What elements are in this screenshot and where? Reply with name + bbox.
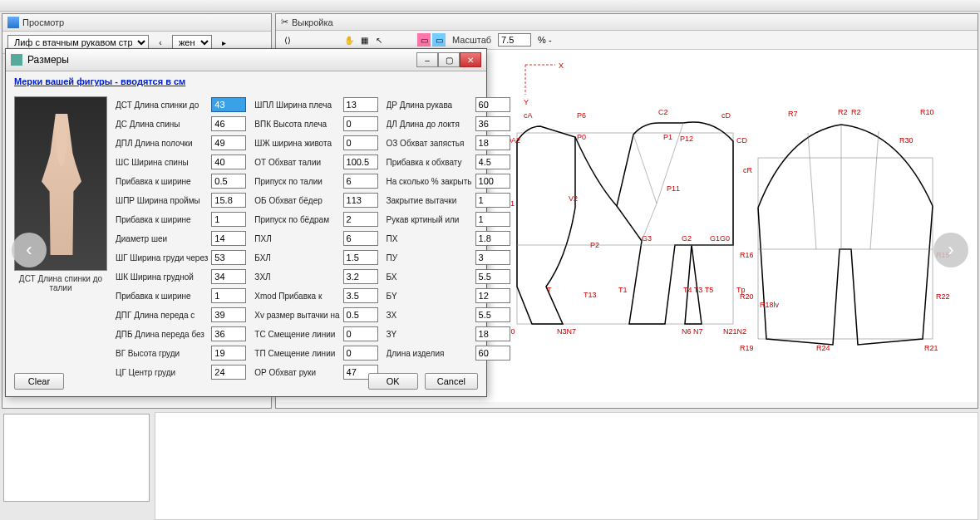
minimize-button[interactable]: – [416, 52, 438, 67]
svg-text:G1G0: G1G0 [710, 234, 730, 243]
svg-text:CD: CD [736, 136, 747, 145]
scale-input[interactable] [498, 33, 531, 47]
grid-icon[interactable]: ▦ [357, 33, 371, 47]
measure-input[interactable] [343, 174, 378, 189]
measure-input[interactable] [343, 269, 378, 284]
measure-input[interactable] [343, 231, 378, 246]
measure-label: БХ [387, 272, 472, 282]
measure-row: Прибавка к ширине [116, 173, 246, 189]
measure-input[interactable] [211, 288, 246, 303]
measure-input[interactable] [475, 212, 510, 227]
measure-input[interactable] [343, 212, 378, 227]
measure-input[interactable] [475, 269, 510, 284]
measure-label: Закрытие вытачки [387, 196, 472, 205]
measure-input[interactable] [211, 307, 246, 322]
measure-row: Припуск по бёдрам [254, 211, 377, 228]
pattern-title: Выкройка [292, 17, 333, 27]
measure-input[interactable] [343, 135, 378, 150]
measure-row: ПУ [387, 249, 510, 266]
measure-input[interactable] [343, 155, 378, 169]
measure-row: ДС Длина спины [116, 115, 246, 132]
pointer-icon[interactable]: ↖ [372, 33, 386, 47]
measure-input[interactable] [343, 326, 378, 341]
measure-input[interactable] [211, 212, 246, 227]
measure-label: ТС Смещение линии [254, 330, 339, 339]
measure-row: ШК Ширина грудной [116, 268, 246, 285]
close-button[interactable]: ✕ [460, 52, 481, 67]
measure-row: Рукав кртиный или [387, 211, 510, 228]
measure-input[interactable] [475, 307, 510, 322]
layout1-icon[interactable]: ▭ [417, 33, 431, 47]
dialog-titlebar[interactable]: Размеры – ▢ ✕ [6, 49, 486, 71]
measure-label: Длина изделия [387, 349, 472, 358]
measure-label: Диаметр шеи [116, 234, 208, 243]
measure-input[interactable] [475, 97, 510, 112]
cancel-button[interactable]: Cancel [425, 373, 478, 390]
nav-left-icon[interactable]: ⟨⟩ [281, 33, 294, 47]
carousel-next-button[interactable]: › [933, 233, 968, 267]
measure-input[interactable] [475, 174, 510, 189]
measure-label: Xmod Прибавка к [254, 292, 339, 301]
svg-text:V2: V2 [569, 194, 578, 203]
measure-label: ШК Ширина грудной [116, 272, 208, 282]
measure-label: ШС Ширина спины [116, 158, 208, 167]
clear-button[interactable]: Clear [14, 373, 64, 390]
measure-input[interactable] [211, 269, 246, 284]
measure-input[interactable] [211, 155, 246, 169]
measure-label: ОТ Обхват талии [254, 158, 339, 167]
measure-input[interactable] [475, 116, 510, 131]
measure-input[interactable] [211, 326, 246, 341]
hand-icon[interactable]: ✋ [342, 33, 356, 47]
measure-input[interactable] [211, 97, 246, 112]
preview-panel-header: Просмотр [2, 14, 271, 32]
measure-input[interactable] [475, 346, 510, 361]
play-icon[interactable]: ▸ [217, 36, 230, 49]
measure-input[interactable] [211, 135, 246, 150]
measure-row: ЗХ [387, 307, 510, 323]
measure-row: ПХЛ [254, 230, 377, 247]
measure-input[interactable] [475, 231, 510, 246]
measure-input[interactable] [211, 231, 246, 246]
measure-input[interactable] [475, 135, 510, 150]
measure-input[interactable] [343, 288, 378, 303]
measure-input[interactable] [343, 346, 378, 361]
measure-input[interactable] [211, 346, 246, 361]
maximize-button[interactable]: ▢ [438, 52, 460, 67]
measure-input[interactable] [475, 288, 510, 303]
measure-input[interactable] [343, 97, 378, 112]
measure-row: БY [387, 287, 510, 304]
measure-row: ДСТ Длина спинки до [116, 96, 246, 113]
ok-button[interactable]: OK [368, 373, 418, 390]
measure-input[interactable] [475, 326, 510, 341]
svg-text:R16: R16 [740, 251, 754, 259]
thumbnail-slot [3, 414, 150, 502]
measure-input[interactable] [211, 250, 246, 265]
measure-row: ДПЛ Длина полочки [116, 135, 246, 151]
measure-input[interactable] [211, 174, 246, 189]
svg-text:T1: T1 [618, 286, 628, 294]
measure-input[interactable] [343, 193, 378, 208]
figure-caption: ДСТ Длина спинки до талии [14, 271, 107, 292]
scale-label: Масштаб [452, 35, 491, 45]
measure-input[interactable] [475, 250, 510, 265]
measure-input[interactable] [211, 193, 246, 208]
measure-label: БY [387, 292, 472, 301]
measure-row: Припуск по талии [254, 173, 377, 189]
measure-input[interactable] [475, 155, 510, 169]
measure-input[interactable] [343, 307, 378, 322]
prev-icon[interactable]: ‹ [154, 36, 167, 49]
measure-input[interactable] [343, 250, 378, 265]
measure-label: ТП Смещение линии [254, 349, 339, 358]
measure-input[interactable] [475, 193, 510, 208]
carousel-prev-button[interactable]: ‹ [12, 233, 47, 267]
measure-row: ДР Длина рукава [387, 96, 510, 113]
layout2-icon[interactable]: ▭ [432, 33, 446, 47]
measure-input[interactable] [343, 116, 378, 131]
measurements-help-link[interactable]: Мерки вашей фигуры - вводятся в см [14, 75, 478, 91]
measure-label: ДПЛ Длина полочки [116, 139, 208, 148]
measure-label: БХЛ [254, 253, 339, 262]
svg-text:R22: R22 [936, 292, 950, 301]
measure-input[interactable] [211, 116, 246, 131]
measure-row: Прибавка к ширине [116, 211, 246, 228]
svg-text:R21: R21 [924, 344, 938, 352]
